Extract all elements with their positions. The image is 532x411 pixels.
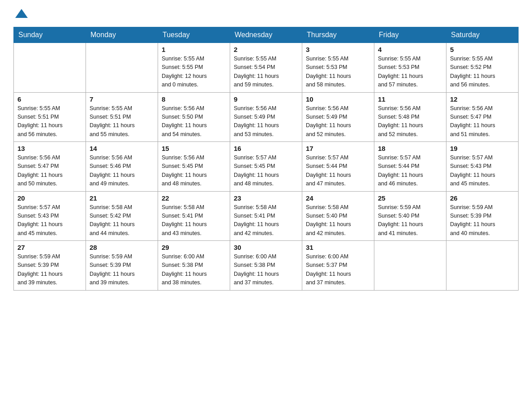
day-number: 20	[17, 194, 82, 202]
day-info: Sunrise: 5:55 AMSunset: 5:53 PMDaylight:…	[306, 55, 370, 90]
day-number: 1	[162, 46, 226, 53]
calendar-cell: 3Sunrise: 5:55 AMSunset: 5:53 PMDaylight…	[302, 43, 374, 93]
day-info: Sunrise: 5:55 AMSunset: 5:51 PMDaylight:…	[90, 104, 154, 139]
calendar-cell: 27Sunrise: 5:59 AMSunset: 5:39 PMDayligh…	[14, 241, 86, 291]
day-info: Sunrise: 5:55 AMSunset: 5:55 PMDaylight:…	[162, 55, 226, 90]
day-number: 10	[306, 95, 370, 103]
day-info: Sunrise: 5:59 AMSunset: 5:39 PMDaylight:…	[90, 253, 154, 287]
day-info: Sunrise: 5:56 AMSunset: 5:47 PMDaylight:…	[450, 104, 515, 139]
calendar-cell: 16Sunrise: 5:57 AMSunset: 5:45 PMDayligh…	[230, 142, 302, 192]
day-number: 30	[234, 244, 298, 251]
calendar-cell: 24Sunrise: 5:58 AMSunset: 5:40 PMDayligh…	[302, 191, 374, 241]
day-info: Sunrise: 5:55 AMSunset: 5:53 PMDaylight:…	[378, 55, 442, 90]
calendar-table: SundayMondayTuesdayWednesdayThursdayFrid…	[13, 27, 519, 291]
calendar-cell	[14, 43, 86, 93]
calendar-header: SundayMondayTuesdayWednesdayThursdayFrid…	[14, 27, 519, 43]
day-number: 24	[306, 194, 370, 202]
day-info: Sunrise: 5:58 AMSunset: 5:41 PMDaylight:…	[234, 203, 298, 238]
header-sunday: Sunday	[14, 27, 86, 43]
day-number: 3	[306, 46, 370, 53]
page-header	[13, 9, 519, 18]
calendar-cell: 25Sunrise: 5:59 AMSunset: 5:40 PMDayligh…	[374, 191, 446, 241]
day-number: 26	[450, 194, 515, 202]
calendar-cell: 1Sunrise: 5:55 AMSunset: 5:55 PMDaylight…	[158, 43, 230, 93]
header-saturday: Saturday	[446, 27, 519, 43]
calendar-cell: 4Sunrise: 5:55 AMSunset: 5:53 PMDaylight…	[374, 43, 446, 93]
day-number: 16	[234, 145, 298, 152]
calendar-cell: 2Sunrise: 5:55 AMSunset: 5:54 PMDaylight…	[230, 43, 302, 93]
day-info: Sunrise: 5:56 AMSunset: 5:49 PMDaylight:…	[306, 104, 370, 139]
calendar-cell: 13Sunrise: 5:56 AMSunset: 5:47 PMDayligh…	[14, 142, 86, 192]
day-number: 15	[162, 145, 226, 152]
day-info: Sunrise: 5:56 AMSunset: 5:48 PMDaylight:…	[378, 104, 442, 139]
day-info: Sunrise: 5:59 AMSunset: 5:40 PMDaylight:…	[378, 203, 442, 238]
day-info: Sunrise: 6:00 AMSunset: 5:38 PMDaylight:…	[234, 253, 298, 287]
day-number: 31	[306, 244, 370, 251]
calendar-cell: 11Sunrise: 5:56 AMSunset: 5:48 PMDayligh…	[374, 92, 446, 142]
day-number: 29	[162, 244, 226, 251]
calendar-cell: 28Sunrise: 5:59 AMSunset: 5:39 PMDayligh…	[86, 241, 158, 291]
day-number: 6	[17, 95, 82, 103]
day-info: Sunrise: 5:57 AMSunset: 5:43 PMDaylight:…	[450, 154, 515, 188]
header-friday: Friday	[374, 27, 446, 43]
day-info: Sunrise: 5:58 AMSunset: 5:41 PMDaylight:…	[162, 203, 226, 238]
day-number: 4	[378, 46, 442, 53]
day-info: Sunrise: 5:56 AMSunset: 5:45 PMDaylight:…	[162, 154, 226, 188]
header-wednesday: Wednesday	[230, 27, 302, 43]
calendar-week-1: 1Sunrise: 5:55 AMSunset: 5:55 PMDaylight…	[14, 43, 519, 93]
day-info: Sunrise: 5:57 AMSunset: 5:44 PMDaylight:…	[306, 154, 370, 188]
header-monday: Monday	[86, 27, 158, 43]
header-tuesday: Tuesday	[158, 27, 230, 43]
day-number: 8	[162, 95, 226, 103]
calendar-cell: 9Sunrise: 5:56 AMSunset: 5:49 PMDaylight…	[230, 92, 302, 142]
calendar-body: 1Sunrise: 5:55 AMSunset: 5:55 PMDaylight…	[14, 43, 519, 291]
calendar-cell: 29Sunrise: 6:00 AMSunset: 5:38 PMDayligh…	[158, 241, 230, 291]
day-number: 11	[378, 95, 442, 103]
day-number: 14	[90, 145, 154, 152]
calendar-cell: 7Sunrise: 5:55 AMSunset: 5:51 PMDaylight…	[86, 92, 158, 142]
day-info: Sunrise: 5:57 AMSunset: 5:45 PMDaylight:…	[234, 154, 298, 188]
calendar-cell: 26Sunrise: 5:59 AMSunset: 5:39 PMDayligh…	[446, 191, 519, 241]
calendar-cell: 22Sunrise: 5:58 AMSunset: 5:41 PMDayligh…	[158, 191, 230, 241]
calendar-cell: 5Sunrise: 5:55 AMSunset: 5:52 PMDaylight…	[446, 43, 519, 93]
day-info: Sunrise: 6:00 AMSunset: 5:38 PMDaylight:…	[162, 253, 226, 287]
day-number: 7	[90, 95, 154, 103]
calendar-cell	[374, 241, 446, 291]
calendar-cell: 19Sunrise: 5:57 AMSunset: 5:43 PMDayligh…	[446, 142, 519, 192]
day-number: 21	[90, 194, 154, 202]
day-number: 18	[378, 145, 442, 152]
day-number: 12	[450, 95, 515, 103]
day-info: Sunrise: 5:55 AMSunset: 5:51 PMDaylight:…	[17, 104, 82, 139]
calendar-cell	[446, 241, 519, 291]
calendar-cell: 12Sunrise: 5:56 AMSunset: 5:47 PMDayligh…	[446, 92, 519, 142]
calendar-cell: 30Sunrise: 6:00 AMSunset: 5:38 PMDayligh…	[230, 241, 302, 291]
day-info: Sunrise: 5:57 AMSunset: 5:43 PMDaylight:…	[17, 203, 82, 238]
calendar-week-2: 6Sunrise: 5:55 AMSunset: 5:51 PMDaylight…	[14, 92, 519, 142]
day-number: 19	[450, 145, 515, 152]
day-number: 27	[17, 244, 82, 251]
day-info: Sunrise: 5:56 AMSunset: 5:46 PMDaylight:…	[90, 154, 154, 188]
calendar-cell: 15Sunrise: 5:56 AMSunset: 5:45 PMDayligh…	[158, 142, 230, 192]
day-number: 5	[450, 46, 515, 53]
day-info: Sunrise: 5:55 AMSunset: 5:52 PMDaylight:…	[450, 55, 515, 90]
day-info: Sunrise: 6:00 AMSunset: 5:37 PMDaylight:…	[306, 253, 370, 287]
header-row: SundayMondayTuesdayWednesdayThursdayFrid…	[14, 27, 519, 43]
day-number: 13	[17, 145, 82, 152]
calendar-week-5: 27Sunrise: 5:59 AMSunset: 5:39 PMDayligh…	[14, 241, 519, 291]
day-number: 22	[162, 194, 226, 202]
day-info: Sunrise: 5:56 AMSunset: 5:47 PMDaylight:…	[17, 154, 82, 188]
calendar-cell: 14Sunrise: 5:56 AMSunset: 5:46 PMDayligh…	[86, 142, 158, 192]
calendar-cell	[86, 43, 158, 93]
calendar-cell: 20Sunrise: 5:57 AMSunset: 5:43 PMDayligh…	[14, 191, 86, 241]
calendar-cell: 10Sunrise: 5:56 AMSunset: 5:49 PMDayligh…	[302, 92, 374, 142]
day-number: 23	[234, 194, 298, 202]
day-number: 28	[90, 244, 154, 251]
day-info: Sunrise: 5:58 AMSunset: 5:42 PMDaylight:…	[90, 203, 154, 238]
day-info: Sunrise: 5:59 AMSunset: 5:39 PMDaylight:…	[450, 203, 515, 238]
day-info: Sunrise: 5:56 AMSunset: 5:50 PMDaylight:…	[162, 104, 226, 139]
calendar-cell: 31Sunrise: 6:00 AMSunset: 5:37 PMDayligh…	[302, 241, 374, 291]
calendar-cell: 17Sunrise: 5:57 AMSunset: 5:44 PMDayligh…	[302, 142, 374, 192]
day-info: Sunrise: 5:57 AMSunset: 5:44 PMDaylight:…	[378, 154, 442, 188]
day-number: 2	[234, 46, 298, 53]
day-info: Sunrise: 5:55 AMSunset: 5:54 PMDaylight:…	[234, 55, 298, 90]
